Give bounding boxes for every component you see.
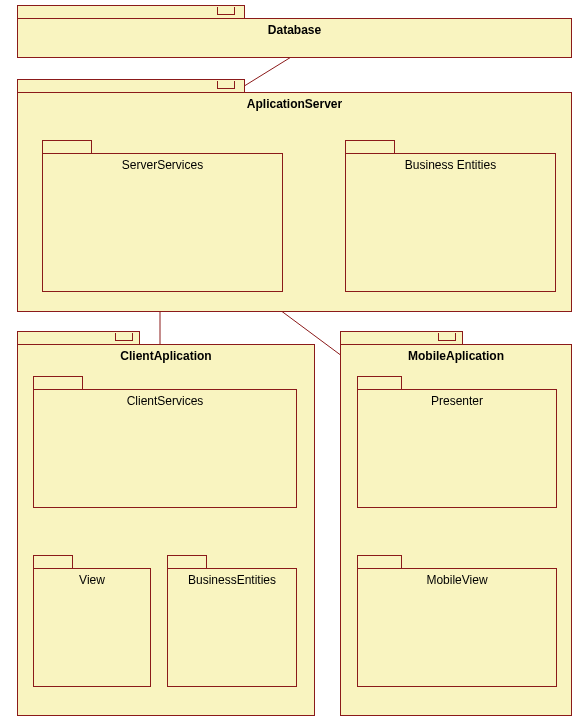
package-server-services-label: ServerServices bbox=[43, 154, 282, 176]
package-database-label: Database bbox=[18, 19, 571, 41]
package-mobile-application-label: MobileAplication bbox=[341, 345, 571, 367]
package-mobile-view-label: MobileView bbox=[358, 569, 556, 591]
package-business-entities-label: Business Entities bbox=[346, 154, 555, 176]
package-application-server-label: AplicationServer bbox=[18, 93, 571, 115]
package-business-entities-inner-label: BusinessEntities bbox=[168, 569, 296, 591]
package-client-services-label: ClientServices bbox=[34, 390, 296, 412]
package-presenter-label: Presenter bbox=[358, 390, 556, 412]
package-view-label: View bbox=[34, 569, 150, 591]
package-client-application-label: ClientAplication bbox=[18, 345, 314, 367]
